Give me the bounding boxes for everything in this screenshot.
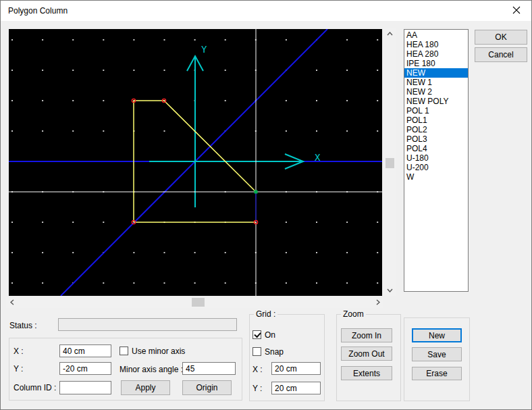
grid-dot [377, 222, 378, 223]
grid-dot [286, 39, 287, 41]
list-item[interactable]: NEW 2 [404, 87, 468, 97]
grid-dot [133, 39, 134, 41]
new-button[interactable]: New [412, 328, 462, 342]
list-item[interactable]: POL4 [404, 144, 468, 153]
cancel-button[interactable]: Cancel [475, 47, 527, 62]
grid-dot [316, 282, 317, 284]
chevron-up-icon [387, 32, 393, 36]
grid-dot [42, 100, 43, 101]
zoom-out-button[interactable]: Zoom Out [341, 347, 392, 361]
x-coord-input[interactable] [59, 344, 111, 357]
grid-dot [103, 70, 104, 71]
grid-dot [11, 282, 13, 284]
list-item[interactable]: HEA 280 [404, 49, 468, 59]
grid-dot [316, 70, 317, 71]
list-item[interactable]: W [404, 172, 468, 182]
close-button[interactable] [501, 1, 531, 21]
list-item[interactable]: U-200 [404, 163, 468, 172]
grid-dot [194, 39, 196, 41]
section-drawing-canvas[interactable]: XY [9, 29, 382, 296]
use-minor-axis-checkbox[interactable] [119, 347, 128, 355]
grid-dot [133, 282, 134, 284]
current-point-marker[interactable] [255, 190, 258, 194]
list-item[interactable]: POL2 [404, 125, 468, 134]
grid-dot [11, 222, 13, 223]
profile-listbox[interactable]: AAHEA 180HEA 280IPE 180NEWNEW 1NEW 2NEW … [404, 29, 469, 292]
grid-dot [42, 282, 43, 284]
list-item[interactable]: NEW [404, 68, 468, 78]
grid-dot [42, 252, 43, 253]
horizontal-scrollbar-thumb[interactable] [192, 298, 205, 307]
grid-dot [286, 100, 287, 101]
y-axis-label: Y [201, 44, 207, 55]
grid-dot [316, 100, 317, 101]
grid-dot [164, 252, 165, 253]
y-coord-input[interactable] [59, 362, 111, 375]
grid-dot [316, 130, 317, 132]
grid-on-checkbox[interactable] [252, 330, 261, 339]
grid-dot [377, 282, 378, 284]
list-item[interactable]: NEW POLY [404, 97, 468, 106]
grid-dot [133, 252, 134, 253]
zoom-in-button[interactable]: Zoom In [341, 328, 392, 342]
grid-dot [103, 130, 104, 132]
grid-group: Grid : On Snap X : Y : [249, 314, 325, 401]
scroll-up-button[interactable] [383, 28, 396, 39]
ok-button[interactable]: OK [475, 30, 527, 45]
grid-dot [42, 130, 43, 132]
grid-dot [164, 70, 165, 71]
minor-axis-angle-label: Minor axis angle : [119, 365, 183, 374]
x-axis-label: X [315, 152, 321, 163]
list-item[interactable]: NEW 1 [404, 78, 468, 87]
grid-dot [72, 130, 74, 132]
grid-dot [42, 39, 43, 41]
grid-dot [225, 70, 226, 71]
grid-on-label: On [265, 330, 275, 340]
save-button[interactable]: Save [412, 347, 462, 361]
grid-dot [346, 70, 348, 71]
list-item[interactable]: IPE 180 [404, 59, 468, 68]
list-item[interactable]: U-180 [404, 153, 468, 163]
extents-button[interactable]: Extents [341, 366, 392, 380]
scroll-right-button[interactable] [372, 297, 383, 308]
list-item[interactable]: HEA 180 [404, 40, 468, 49]
minor-axis-angle-input[interactable] [182, 362, 236, 375]
grid-group-title: Grid : [254, 309, 277, 319]
grid-dot [11, 100, 13, 101]
grid-dot [103, 222, 104, 223]
grid-dot [72, 100, 74, 101]
grid-y-input[interactable] [271, 382, 321, 394]
apply-button[interactable]: Apply [121, 380, 170, 395]
grid-dot [11, 39, 13, 41]
status-label: Status : [9, 321, 37, 330]
grid-dot [72, 70, 74, 71]
scroll-down-button[interactable] [383, 284, 396, 296]
grid-dot [377, 130, 378, 132]
grid-dot [346, 282, 348, 284]
scroll-left-button[interactable] [6, 297, 18, 308]
x-coord-label: X : [14, 347, 24, 356]
list-item[interactable]: POL3 [404, 134, 468, 144]
column-id-input[interactable] [59, 381, 111, 394]
erase-button[interactable]: Erase [412, 367, 462, 380]
list-item[interactable]: POL 1 [404, 106, 468, 116]
close-icon [512, 6, 521, 16]
list-item[interactable]: POL1 [404, 116, 468, 125]
vertical-scrollbar-thumb[interactable] [385, 158, 394, 168]
grid-dot [103, 282, 104, 284]
grid-dot [164, 282, 165, 284]
grid-dot [11, 130, 13, 132]
grid-dot [103, 100, 104, 101]
vertical-scrollbar[interactable] [383, 28, 396, 296]
horizontal-scrollbar[interactable] [6, 297, 383, 308]
grid-x-input[interactable] [271, 362, 321, 375]
use-minor-axis-label: Use minor axis [132, 347, 185, 356]
list-item[interactable]: AA [404, 30, 468, 40]
grid-snap-label: Snap [265, 347, 284, 357]
origin-button[interactable]: Origin [182, 380, 232, 395]
grid-snap-checkbox[interactable] [252, 347, 261, 356]
grid-dot [346, 130, 348, 132]
grid-dot [346, 252, 348, 253]
grid-dot [72, 222, 74, 223]
grid-dot [72, 252, 74, 253]
